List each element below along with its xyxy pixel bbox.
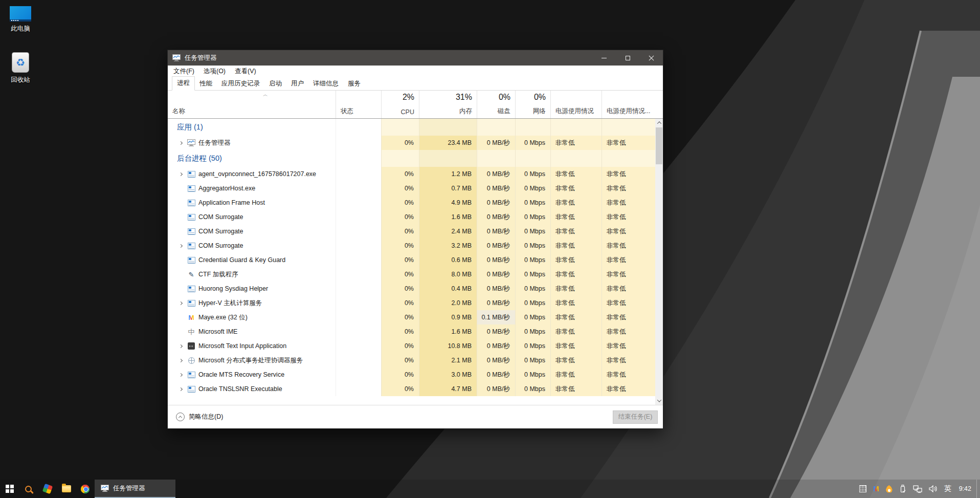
- tab-startup[interactable]: 启动: [264, 77, 286, 91]
- expand-chevron-icon[interactable]: [177, 173, 184, 176]
- process-name-cell: Credential Guard & Key Guard: [168, 253, 336, 267]
- titlebar[interactable]: 任务管理器: [168, 50, 663, 66]
- column-header-power[interactable]: 电源使用情况: [550, 91, 602, 118]
- expand-chevron-icon[interactable]: [177, 388, 184, 391]
- process-row[interactable]: Microsoft 分布式事务处理协调器服务0%2.1 MB0 MB/秒0 Mb…: [168, 353, 655, 367]
- expand-chevron-icon[interactable]: [177, 374, 184, 376]
- network-cell: 0 Mbps: [515, 136, 550, 150]
- power-usage-cell: 非常低: [550, 267, 602, 282]
- ime-app-icon: 中: [187, 328, 195, 336]
- ime-indicator[interactable]: 英: [944, 484, 951, 493]
- column-header-memory[interactable]: 31%内存: [419, 91, 477, 118]
- process-row[interactable]: Hyper-V 主机计算服务0%2.0 MB0 MB/秒0 Mbps非常低非常低: [168, 296, 655, 310]
- recycle-bin-icon: ♻: [12, 52, 29, 73]
- minimize-button[interactable]: [592, 50, 616, 66]
- process-row[interactable]: 任务管理器0%23.4 MB0 MB/秒0 Mbps非常低非常低: [168, 136, 655, 150]
- power-usage-trend-cell: 非常低: [602, 324, 655, 339]
- status-cell: [336, 224, 381, 239]
- tray-network-icon[interactable]: [913, 485, 922, 493]
- tray-usb-icon[interactable]: [899, 485, 906, 493]
- section-header[interactable]: 后台进程 (50): [168, 150, 655, 167]
- close-button[interactable]: [639, 50, 663, 66]
- pinned-app-pinwheel[interactable]: [38, 480, 57, 498]
- clock[interactable]: 9:42: [959, 485, 971, 492]
- process-row[interactable]: Huorong Sysdiag Helper0%0.4 MB0 MB/秒0 Mb…: [168, 282, 655, 296]
- process-row[interactable]: AggregatorHost.exe0%0.7 MB0 MB/秒0 Mbps非常…: [168, 181, 655, 196]
- chrome-button[interactable]: [76, 480, 95, 498]
- process-row[interactable]: COM Surrogate0%1.6 MB0 MB/秒0 Mbps非常低非常低: [168, 210, 655, 224]
- process-row[interactable]: COM Surrogate0%2.4 MB0 MB/秒0 Mbps非常低非常低: [168, 224, 655, 239]
- tray-grid-app-icon[interactable]: [859, 485, 866, 492]
- power-usage-cell: 非常低: [550, 296, 602, 310]
- power-usage-trend-cell: 非常低: [602, 239, 655, 253]
- column-header-power-trend[interactable]: 电源使用情况...: [602, 91, 655, 118]
- process-row[interactable]: Microsoft Text Input Application0%10.8 M…: [168, 339, 655, 353]
- process-row[interactable]: Oracle TNSLSNR Executable0%4.7 MB0 MB/秒0…: [168, 382, 655, 396]
- memory-cell: 2.0 MB: [419, 296, 477, 310]
- end-task-button[interactable]: 结束任务(E): [613, 410, 658, 424]
- memory-cell: 2.4 MB: [419, 224, 477, 239]
- scroll-up-button[interactable]: [655, 119, 663, 127]
- window-title: 任务管理器: [185, 54, 592, 62]
- process-row[interactable]: MMaye.exe (32 位)0%0.9 MB0.1 MB/秒0 Mbps非常…: [168, 310, 655, 324]
- tab-services[interactable]: 服务: [343, 77, 365, 91]
- tray-huorong-flame-icon[interactable]: [886, 485, 893, 493]
- chrome-icon: [81, 485, 90, 493]
- scroll-down-button[interactable]: [655, 397, 663, 405]
- process-name: agent_ovpnconnect_1675786017207.exe: [198, 170, 316, 178]
- column-header-name[interactable]: ︿ 名称: [168, 91, 336, 118]
- column-header-network[interactable]: 0%网络: [515, 91, 550, 118]
- process-row[interactable]: Application Frame Host0%4.9 MB0 MB/秒0 Mb…: [168, 196, 655, 210]
- close-icon: [649, 55, 654, 61]
- taskbar-task-manager-button[interactable]: 任务管理器: [95, 480, 175, 498]
- desktop-icon-this-pc[interactable]: 此电脑: [1, 6, 40, 33]
- expand-chevron-icon[interactable]: [177, 142, 184, 144]
- menu-options[interactable]: 选项(O): [199, 67, 230, 76]
- tray-volume-icon[interactable]: [929, 485, 938, 492]
- fewer-details-label[interactable]: 简略信息(D): [189, 413, 223, 421]
- process-name: COM Surrogate: [198, 228, 243, 235]
- process-row[interactable]: COM Surrogate0%3.2 MB0 MB/秒0 Mbps非常低非常低: [168, 239, 655, 253]
- start-button[interactable]: [0, 480, 19, 498]
- file-explorer-button[interactable]: [57, 480, 76, 498]
- power-usage-trend-cell: 非常低: [602, 181, 655, 196]
- column-header-status[interactable]: 状态: [336, 91, 381, 118]
- process-name: COM Surrogate: [198, 242, 243, 249]
- expand-chevron-icon[interactable]: [177, 359, 184, 362]
- scrollbar-thumb[interactable]: [656, 127, 662, 164]
- task-manager-icon: [101, 485, 109, 492]
- search-button[interactable]: [19, 480, 38, 498]
- tab-processes[interactable]: 进程: [172, 76, 195, 91]
- tray-maye-icon[interactable]: M: [873, 485, 879, 492]
- disk-cell: 0 MB/秒: [477, 324, 515, 339]
- tab-details[interactable]: 详细信息: [308, 77, 343, 91]
- menu-file[interactable]: 文件(F): [169, 67, 199, 76]
- disk-cell: 0 MB/秒: [477, 382, 515, 396]
- process-name-cell: MMaye.exe (32 位): [168, 310, 336, 324]
- disk-cell: 0 MB/秒: [477, 239, 515, 253]
- section-header[interactable]: 应用 (1): [168, 119, 655, 136]
- tab-performance[interactable]: 性能: [195, 77, 217, 91]
- status-cell: [336, 324, 381, 339]
- memory-cell: 2.1 MB: [419, 353, 477, 367]
- column-header-disk[interactable]: 0%磁盘: [477, 91, 515, 118]
- tab-users[interactable]: 用户: [286, 77, 308, 91]
- maximize-button[interactable]: [616, 50, 639, 66]
- menu-view[interactable]: 查看(V): [230, 67, 261, 76]
- expand-chevron-icon[interactable]: [177, 345, 184, 348]
- expand-chevron-icon[interactable]: [177, 245, 184, 247]
- desktop-icon-recycle-bin[interactable]: ♻ 回收站: [1, 52, 40, 84]
- status-cell: [336, 267, 381, 282]
- process-row[interactable]: agent_ovpnconnect_1675786017207.exe0%1.2…: [168, 167, 655, 181]
- disk-cell: 0 MB/秒: [477, 196, 515, 210]
- column-header-cpu[interactable]: 2%CPU: [381, 91, 419, 118]
- process-row[interactable]: ✎CTF 加载程序0%8.0 MB0 MB/秒0 Mbps非常低非常低: [168, 267, 655, 282]
- fewer-details-icon[interactable]: [176, 413, 185, 421]
- process-row[interactable]: Oracle MTS Recovery Service0%3.0 MB0 MB/…: [168, 367, 655, 382]
- vertical-scrollbar[interactable]: [655, 119, 663, 405]
- process-row[interactable]: 中Microsoft IME0%1.6 MB0 MB/秒0 Mbps非常低非常低: [168, 324, 655, 339]
- show-desktop-button[interactable]: [976, 480, 980, 498]
- expand-chevron-icon[interactable]: [177, 302, 184, 305]
- tab-app-history[interactable]: 应用历史记录: [217, 77, 264, 91]
- process-row[interactable]: Credential Guard & Key Guard0%0.6 MB0 MB…: [168, 253, 655, 267]
